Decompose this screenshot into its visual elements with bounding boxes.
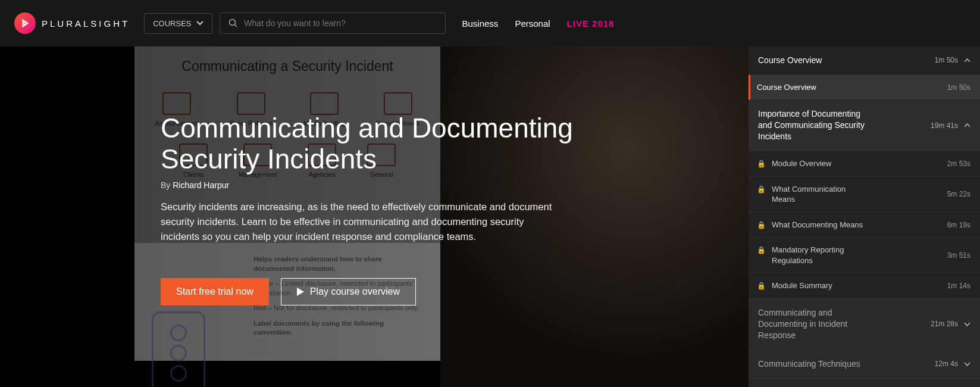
section-title: Importance of Documenting and Communicat… bbox=[758, 108, 865, 142]
search-input[interactable] bbox=[244, 18, 436, 28]
hero: Communicating a Security Incident Announ… bbox=[0, 46, 749, 387]
main-area: Communicating a Security Incident Announ… bbox=[0, 46, 980, 387]
play-overview-button[interactable]: Play course overview bbox=[281, 278, 416, 305]
svg-point-0 bbox=[229, 20, 235, 26]
section-header-incident-response[interactable]: Communicating and Documenting in Inciden… bbox=[749, 299, 980, 350]
lock-icon: 🔒 bbox=[757, 160, 766, 168]
top-header: PLURALSIGHT COURSES Business Personal LI… bbox=[0, 0, 980, 46]
hero-buttons: Start free trial now Play course overvie… bbox=[161, 278, 589, 305]
nav-business[interactable]: Business bbox=[462, 18, 499, 29]
lock-icon: 🔒 bbox=[757, 246, 766, 254]
section-header-importance[interactable]: Importance of Documenting and Communicat… bbox=[749, 100, 980, 151]
lesson-duration: 2m 53s bbox=[947, 160, 970, 168]
section-duration: 19m 41s bbox=[931, 121, 958, 130]
nav-personal[interactable]: Personal bbox=[515, 18, 550, 29]
chevron-down-icon bbox=[964, 362, 970, 366]
chevron-up-icon bbox=[964, 58, 970, 63]
courses-dropdown[interactable]: COURSES bbox=[144, 13, 212, 34]
lesson-row[interactable]: 🔒Module Overview 2m 53s bbox=[749, 151, 980, 177]
chevron-down-icon bbox=[196, 21, 203, 26]
section-title: Course Overview bbox=[758, 55, 822, 66]
lesson-duration: 1m 14s bbox=[947, 282, 970, 290]
chevron-up-icon bbox=[964, 123, 970, 127]
logo-icon bbox=[14, 13, 36, 34]
search-icon bbox=[228, 18, 237, 28]
search-box[interactable] bbox=[220, 13, 446, 34]
course-title: Communicating and Documenting Security I… bbox=[161, 113, 589, 174]
course-author[interactable]: Richard Harpur bbox=[173, 180, 229, 190]
lesson-row-active[interactable]: Course Overview 1m 50s bbox=[749, 75, 980, 101]
lesson-title: Module Overview bbox=[772, 158, 831, 169]
section-duration: 21m 28s bbox=[931, 320, 958, 328]
lesson-duration: 6m 19s bbox=[947, 221, 970, 229]
brand-text: PLURALSIGHT bbox=[42, 18, 130, 29]
lesson-title: Module Summary bbox=[772, 280, 832, 291]
lesson-duration: 3m 51s bbox=[947, 251, 970, 260]
start-trial-button[interactable]: Start free trial now bbox=[161, 278, 269, 305]
play-icon bbox=[297, 288, 304, 296]
section-title: Communicating Techniques bbox=[758, 358, 860, 370]
lesson-duration: 5m 22s bbox=[947, 190, 970, 198]
lock-icon: 🔒 bbox=[757, 282, 766, 290]
section-duration: 12m 4s bbox=[935, 360, 958, 368]
lesson-title: Course Overview bbox=[757, 82, 816, 93]
course-description: Security incidents are increasing, as is… bbox=[161, 199, 553, 244]
section-header-techniques[interactable]: Communicating Techniques 12m 4s bbox=[749, 350, 980, 379]
section-header-evidence[interactable]: Capturing Evidence and 5m 55s bbox=[749, 379, 980, 388]
course-byline: By Richard Harpur bbox=[161, 180, 589, 190]
lesson-row[interactable]: 🔒What Documenting Means 6m 19s bbox=[749, 213, 980, 238]
lock-icon: 🔒 bbox=[757, 185, 766, 194]
section-duration: 1m 50s bbox=[935, 56, 958, 64]
nav-links: Business Personal LIVE 2018 bbox=[462, 18, 615, 29]
lesson-duration: 1m 50s bbox=[947, 83, 970, 92]
section-header-overview[interactable]: Course Overview 1m 50s bbox=[749, 46, 980, 75]
chevron-down-icon bbox=[964, 322, 970, 326]
hero-content: Communicating and Documenting Security I… bbox=[161, 113, 589, 305]
lesson-row[interactable]: 🔒What Communication Means 5m 22s bbox=[749, 177, 980, 213]
courses-label: COURSES bbox=[153, 19, 191, 28]
course-sidebar[interactable]: Course Overview 1m 50s Course Overview 1… bbox=[749, 46, 980, 387]
play-overview-label: Play course overview bbox=[310, 286, 400, 297]
nav-live[interactable]: LIVE 2018 bbox=[567, 18, 615, 29]
byline-prefix: By bbox=[161, 180, 173, 190]
lesson-title: What Communication Means bbox=[772, 184, 867, 205]
lock-icon: 🔒 bbox=[757, 221, 766, 229]
logo[interactable]: PLURALSIGHT bbox=[14, 13, 130, 34]
lesson-title: Mandatory Reporting Regulations bbox=[772, 245, 867, 266]
lesson-row[interactable]: 🔒Module Summary 1m 14s bbox=[749, 273, 980, 299]
lesson-title: What Documenting Means bbox=[772, 220, 863, 230]
svg-line-1 bbox=[234, 25, 237, 28]
section-title: Communicating and Documenting in Inciden… bbox=[758, 307, 865, 341]
lesson-row[interactable]: 🔒Mandatory Reporting Regulations 3m 51s bbox=[749, 238, 980, 273]
